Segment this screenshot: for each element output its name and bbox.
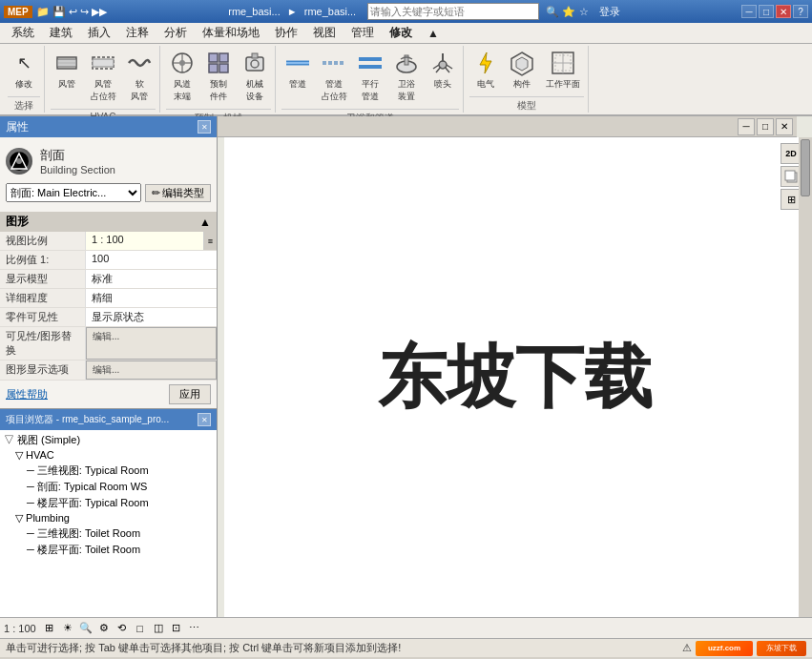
drawing-canvas[interactable]: 东坡下载 2D ⊞ [224,137,805,617]
ribbon-btn-plumbing-fixture-label: 卫浴装置 [398,78,415,103]
browser-close-btn[interactable]: ✕ [198,413,211,426]
component-icon [509,50,535,76]
prop-section-header[interactable]: 图形 ▲ [0,212,217,232]
drawing-minimize-btn[interactable]: ─ [738,118,755,135]
restore-button[interactable]: □ [759,5,774,18]
prop-label-detail: 详细程度 [0,289,86,307]
tree-3d-toilet-label: 三维视图: Toilet Room [37,527,140,539]
prop-value-graphic-display[interactable]: 编辑... [86,360,217,380]
ribbon-btn-air-terminal[interactable]: 风道末端 [166,48,198,105]
menu-view[interactable]: 视图 [305,23,344,43]
ribbon-btn-parallel-pipe[interactable]: 平行管道 [354,48,386,105]
section-name: 剖面 [40,147,115,164]
ribbon-btn-electrical[interactable]: 电气 [469,48,502,93]
bottom-icon-refresh[interactable]: ⟲ [115,621,130,636]
tree-item-section-typical[interactable]: ─ 剖面: Typical Room WS [0,479,217,495]
search-input[interactable] [367,3,539,20]
tree-floor-toilet-icon: ─ [27,544,34,555]
tree-hvac-icon: ▽ [15,449,23,461]
title-bar: MEP 📁 💾 ↩ ↪ ▶▶ rme_basi... ► rme_basi...… [0,0,812,23]
bottom-icon-search[interactable]: 🔍 [78,621,94,636]
ribbon-btn-sprinkler[interactable]: 喷头 [427,48,459,93]
menu-annotate[interactable]: 注释 [118,23,156,43]
menu-insert[interactable]: 插入 [80,23,118,43]
svg-rect-13 [246,57,263,71]
work-plane-icon [550,50,576,76]
drawing-close-btn[interactable]: ✕ [776,118,793,135]
left-panel: 属性 ✕ [0,116,218,617]
ribbon-group-label-model: 模型 [469,96,584,113]
section-select-row: 剖面: Main Electric... ✏ 编辑类型 [6,179,211,206]
ribbon-btn-pipe-label: 管道 [289,78,306,91]
content-area: 属性 ✕ [0,116,812,617]
bottom-icon-more[interactable]: ⋯ [187,621,202,636]
ribbon-btn-modify[interactable]: ↖ 修改 [8,48,40,93]
help-button[interactable]: ? [793,5,808,18]
menu-manage[interactable]: 管理 [344,23,382,43]
ribbon-btn-duct[interactable]: 风管 [51,48,83,93]
tree-item-floor-typical[interactable]: ─ 楼层平面: Typical Room [0,495,217,511]
apply-button[interactable]: 应用 [169,384,211,404]
tree-item-floor-toilet[interactable]: ─ 楼层平面: Toilet Room [0,542,217,558]
properties-help-link[interactable]: 属性帮助 [6,387,48,402]
vertical-scrollbar[interactable] [799,137,812,617]
bottom-icon-grid[interactable]: ⊞ [42,621,57,636]
ribbon-btn-duct-placeholder[interactable]: 风管占位符 [87,48,119,105]
tree-item-hvac[interactable]: ▽ HVAC [0,448,217,463]
edit-type-button[interactable]: ✏ 编辑类型 [145,184,211,202]
ribbon-btn-component[interactable]: 构件 [506,48,538,93]
ribbon-btn-pipe-placeholder[interactable]: 管道占位符 [318,48,350,105]
ribbon-btn-pipe[interactable]: 管道 [281,48,314,93]
minimize-button[interactable]: ─ [741,5,757,18]
prop-row-parts-visibility: 零件可见性 显示原状态 [0,308,217,327]
menu-expand[interactable]: ▲ [420,25,447,42]
properties-close-btn[interactable]: ✕ [198,120,211,134]
tree-views-icon: ▽ [4,434,14,445]
svg-rect-15 [252,53,258,58]
bottom-icon-sun[interactable]: ☀ [60,621,75,636]
section-name-block: 剖面 Building Section [40,147,115,175]
bottom-icon-frame[interactable]: ◫ [151,621,166,636]
prop-value-scale[interactable]: 1 : 100 [86,232,203,250]
view-select[interactable]: 剖面: Main Electric... [6,183,141,202]
svg-rect-11 [209,64,218,72]
login-link[interactable]: 登录 [599,6,620,17]
bottom-icon-settings[interactable]: ⚙ [96,621,112,636]
ribbon-btn-prefab-parts[interactable]: 预制件件 [202,48,235,105]
tree-item-views[interactable]: ▽ 视图 (Simple) [0,432,217,448]
ribbon-btn-flex-duct[interactable]: 软风管 [123,48,156,105]
drawing-restore-btn[interactable]: □ [757,118,774,135]
ribbon-btn-component-label: 构件 [513,78,531,91]
title-center: rme_basi... ► rme_basi... 🔍 ⭐ ☆ 登录 [107,3,741,20]
tree-item-3d-toilet[interactable]: ─ 三维视图: Toilet Room [0,525,217,542]
menu-collaborate[interactable]: 协作 [267,23,305,43]
menu-architecture[interactable]: 建筑 [42,23,80,43]
menu-massing[interactable]: 体量和场地 [195,23,267,43]
tree-hvac-label: HVAC [26,449,54,461]
main-wrapper: 属性 ✕ [0,116,812,638]
bottom-icon-box[interactable]: □ [133,621,148,636]
menu-system[interactable]: 系统 [4,23,42,43]
edit-type-icon: ✏ [152,187,160,199]
svg-line-26 [447,65,452,69]
menu-modify[interactable]: 修改 [382,23,420,43]
prop-row-visibility: 可见性/图形替换 编辑... [0,327,217,360]
svg-rect-4 [93,59,114,67]
tree-item-3d-typical[interactable]: ─ 三维视图: Typical Room [0,463,217,479]
properties-table: 图形 ▲ 视图比例 1 : 100 ≡ 比例值 1: 100 [0,212,217,381]
ribbon-btn-mech-equip[interactable]: 机械设备 [239,48,271,105]
drawing-area[interactable]: ─ □ ✕ 东坡下载 2D ⊞ [218,116,812,617]
menu-analyze[interactable]: 分析 [156,23,195,43]
ribbon-btn-plumbing-fixture[interactable]: 卫浴装置 [390,48,423,105]
ribbon-btn-work-plane[interactable]: 工作平面 [542,48,584,93]
prop-value-detail: 精细 [86,289,217,307]
tree-item-plumbing[interactable]: ▽ Plumbing [0,511,217,525]
prop-scroll-indicator[interactable]: ≡ [203,232,217,250]
scrollbar-thumb[interactable] [801,139,810,196]
bottom-icon-grid2[interactable]: ⊡ [169,621,184,636]
duct-placeholder-icon [90,50,116,76]
prop-value-visibility[interactable]: 编辑... [86,327,217,360]
close-button[interactable]: ✕ [776,5,791,18]
tree-3d-typical-label: 三维视图: Typical Room [37,464,149,476]
ribbon-content: ↖ 修改 选择 风管 [0,44,812,114]
